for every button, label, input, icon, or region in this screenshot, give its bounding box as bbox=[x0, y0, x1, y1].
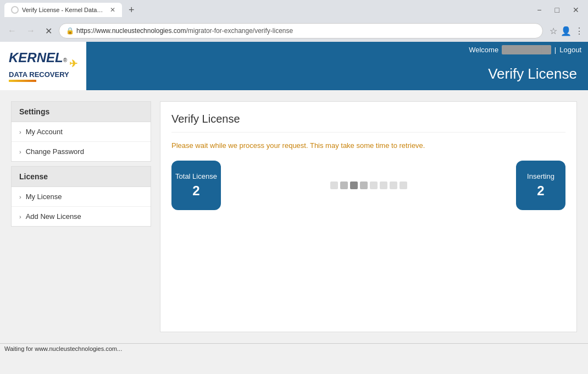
license-section: License › My License › Add New License bbox=[11, 166, 151, 227]
arrow-icon: › bbox=[19, 213, 21, 220]
website: KERNEL® ✈ DATA RECOVERY Welcome ████████… bbox=[0, 42, 588, 343]
minimize-button[interactable]: − bbox=[532, 4, 546, 15]
page-title-bar: Verify License bbox=[86, 58, 588, 90]
sidebar-item-change-password[interactable]: › Change Password bbox=[12, 142, 151, 161]
bookmark-icon[interactable]: ☆ bbox=[550, 26, 557, 36]
main-layout: Settings › My Account › Change Password … bbox=[0, 90, 588, 343]
tab-title: Verify License - Kernel Data Reco... bbox=[22, 7, 104, 13]
arrow-icon: › bbox=[19, 129, 21, 135]
logo-box: KERNEL® ✈ DATA RECOVERY bbox=[9, 50, 77, 81]
sidebar: Settings › My Account › Change Password … bbox=[11, 101, 151, 332]
content-area: Verify License Please wait while we proc… bbox=[160, 101, 577, 332]
title-bar-left: Verify License - Kernel Data Reco... ✕ + bbox=[4, 3, 138, 17]
dot-5 bbox=[370, 182, 378, 189]
forward-button[interactable]: → bbox=[23, 25, 38, 37]
url-text: https://www.nucleustechnologies.com/migr… bbox=[76, 27, 293, 35]
site-header: KERNEL® ✈ DATA RECOVERY Welcome ████████… bbox=[0, 42, 588, 90]
address-icons: ☆ 👤 ⋮ bbox=[550, 26, 584, 36]
dot-6 bbox=[380, 182, 387, 189]
change-password-label: Change Password bbox=[26, 147, 84, 156]
dot-1 bbox=[330, 182, 338, 189]
logo-kernel-text: KERNEL® bbox=[9, 50, 67, 70]
arrow-icon: › bbox=[19, 194, 21, 200]
back-button[interactable]: ← bbox=[4, 25, 20, 37]
processing-message: Please wait while we process your reques… bbox=[171, 141, 565, 150]
sidebar-item-add-new-license[interactable]: › Add New License bbox=[12, 207, 151, 226]
profile-icon[interactable]: 👤 bbox=[561, 26, 572, 36]
address-bar: ← → ✕ 🔒 https://www.nucleustechnologies.… bbox=[0, 20, 588, 42]
my-account-label: My Account bbox=[26, 128, 63, 136]
logo-stripe bbox=[9, 80, 36, 82]
dot-3 bbox=[350, 182, 358, 189]
welcome-label: Welcome bbox=[469, 46, 498, 54]
menu-icon[interactable]: ⋮ bbox=[575, 26, 584, 36]
logout-link[interactable]: Logout bbox=[559, 46, 581, 54]
inserting-label: Inserting bbox=[527, 172, 554, 182]
address-input[interactable]: 🔒 https://www.nucleustechnologies.com/mi… bbox=[59, 23, 543, 38]
settings-heading: Settings bbox=[12, 102, 151, 122]
page-title: Verify License bbox=[97, 65, 577, 82]
settings-section: Settings › My Account › Change Password bbox=[11, 101, 151, 162]
dot-7 bbox=[390, 182, 397, 189]
tab-close-button[interactable]: ✕ bbox=[110, 6, 115, 14]
add-new-license-label: Add New License bbox=[26, 212, 81, 221]
progress-dots bbox=[228, 182, 509, 189]
status-bar: Waiting for www.nucleustechnologies.com.… bbox=[0, 343, 588, 355]
total-license-label: Total License bbox=[175, 172, 217, 182]
logo-subtitle: DATA RECOVERY bbox=[9, 70, 77, 79]
content-title: Verify License bbox=[171, 113, 565, 133]
status-text: Waiting for www.nucleustechnologies.com.… bbox=[4, 345, 122, 352]
window-controls: − □ ✕ bbox=[532, 4, 584, 15]
maximize-button[interactable]: □ bbox=[551, 4, 564, 15]
tab-favicon bbox=[11, 6, 19, 14]
close-button[interactable]: ✕ bbox=[568, 4, 584, 15]
reload-button[interactable]: ✕ bbox=[42, 25, 56, 37]
license-heading: License bbox=[12, 167, 151, 187]
title-bar: Verify License - Kernel Data Reco... ✕ +… bbox=[0, 0, 588, 20]
total-license-value: 2 bbox=[192, 183, 199, 199]
separator: | bbox=[554, 46, 556, 54]
logo-area: KERNEL® ✈ DATA RECOVERY bbox=[0, 42, 86, 90]
active-tab[interactable]: Verify License - Kernel Data Reco... ✕ bbox=[4, 3, 122, 17]
header-right: Welcome ████████ | Logout Verify License bbox=[86, 42, 588, 90]
browser-chrome: Verify License - Kernel Data Reco... ✕ +… bbox=[0, 0, 588, 42]
sidebar-item-my-account[interactable]: › My Account bbox=[12, 122, 151, 142]
inserting-card: Inserting 2 bbox=[516, 161, 565, 210]
license-cards-row: Total License 2 Inserting bbox=[171, 161, 565, 210]
arrow-icon: › bbox=[19, 148, 21, 155]
total-license-card: Total License 2 bbox=[171, 161, 221, 210]
sidebar-item-my-license[interactable]: › My License bbox=[12, 187, 151, 207]
username-display: ████████ bbox=[502, 45, 551, 54]
dot-4 bbox=[360, 182, 368, 189]
dot-8 bbox=[400, 182, 407, 189]
welcome-bar: Welcome ████████ | Logout bbox=[86, 42, 588, 58]
inserting-value: 2 bbox=[537, 183, 544, 199]
my-license-label: My License bbox=[26, 193, 62, 201]
new-tab-button[interactable]: + bbox=[125, 3, 138, 17]
dot-2 bbox=[340, 182, 348, 189]
